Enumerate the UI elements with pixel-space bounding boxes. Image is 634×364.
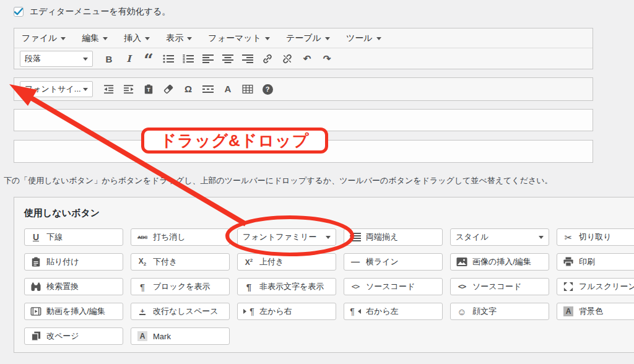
undo-icon: ↶ (303, 54, 311, 64)
strikethrough-button[interactable]: ABC 打ち消し (131, 228, 230, 246)
unused-buttons-panel: 使用しないボタン U 下線 ABC 打ち消し フォントファミリー 両端揃え スタ… (14, 197, 634, 353)
paste-icon (30, 257, 42, 267)
textcolor-icon: A (225, 84, 232, 94)
enable-editor-menu-row[interactable]: エディターメニューを有効化する。 (14, 6, 170, 17)
nbsp-icon: + (136, 308, 149, 315)
page-break-button[interactable]: 改ページ (24, 327, 123, 345)
redo-button[interactable]: ↷ (318, 50, 336, 67)
toolbar-row-2: フォントサイ... TΩA? (14, 77, 593, 101)
underline-icon: U (30, 232, 42, 242)
bullet-list-icon (163, 54, 174, 64)
chevron-down-icon (83, 58, 88, 63)
align-right-button[interactable] (239, 50, 256, 67)
help-button[interactable]: ? (259, 80, 276, 98)
indent-button[interactable] (120, 80, 137, 98)
font-size-select[interactable]: フォントサイ... (20, 81, 93, 97)
align-left-button[interactable] (199, 50, 217, 67)
paste-button[interactable]: 貼り付け (24, 253, 123, 271)
strikethrough-icon: ABC (136, 235, 149, 240)
subscript-button[interactable]: X2 下付き (131, 253, 230, 271)
source-code-bold-icon: <> (456, 282, 468, 291)
paragraph-format-select[interactable]: 段落 (20, 51, 93, 67)
source-code-button[interactable]: <> ソースコード (344, 278, 443, 295)
menu-tools[interactable]: ツール (346, 33, 381, 44)
align-center-button[interactable] (219, 50, 237, 67)
read-more-button[interactable] (199, 80, 217, 98)
insert-video-button[interactable]: 動画を挿入/編集 (24, 303, 123, 320)
fullscreen-button[interactable]: フルスクリーン (557, 278, 634, 295)
redo-icon: ↷ (323, 54, 331, 64)
special-character-button[interactable]: Ω (180, 80, 197, 98)
styles-button[interactable]: スタイル (450, 228, 549, 246)
show-blocks-button[interactable]: ¶ ブロックを表示 (131, 278, 230, 295)
paste-as-text-button[interactable]: T (140, 80, 157, 98)
fullscreen-icon (562, 282, 575, 292)
show-invisibles-button[interactable]: ¶ 非表示文字を表示 (237, 278, 336, 295)
menu-file[interactable]: ファイル (22, 33, 66, 44)
menu-edit[interactable]: 編集 (82, 33, 108, 44)
blockquote-button[interactable]: “ (140, 50, 157, 67)
menu-table[interactable]: テーブル (286, 33, 330, 44)
editor-toolbar-panel: ファイル 編集 挿入 表示 フォーマット テーブル (14, 28, 593, 69)
pagebreak-icon (30, 331, 42, 341)
search-replace-button[interactable]: 検索置換 (24, 278, 123, 295)
bold-button[interactable]: B (100, 50, 118, 67)
emoticons-button[interactable]: ☺ 顔文字 (450, 303, 549, 320)
toolbar-row-4-empty[interactable] (14, 140, 593, 163)
checkbox-checked-icon[interactable] (14, 7, 24, 17)
video-icon (30, 306, 42, 316)
ltr-icon: ¶ (243, 306, 255, 316)
print-button[interactable]: 印刷 (557, 253, 634, 271)
nbsp-button[interactable]: + 改行なしスペース (131, 303, 230, 320)
mark-button[interactable]: A Mark (131, 327, 230, 345)
chevron-down-icon (83, 88, 88, 93)
bullet-list-button[interactable] (160, 50, 177, 67)
enable-editor-menu-label: エディターメニューを有効化する。 (30, 6, 170, 17)
backcolor-icon: A (562, 306, 575, 316)
menu-insert[interactable]: 挿入 (124, 33, 150, 44)
superscript-button[interactable]: X2 上付き (237, 253, 336, 271)
menu-view[interactable]: 表示 (166, 33, 192, 44)
table-button[interactable] (239, 80, 256, 98)
align-left-icon (202, 54, 214, 64)
rtl-icon: ¶ (349, 306, 362, 316)
show-invisibles-icon: ¶ (243, 282, 255, 292)
toolbar-row-1: 段落 BI“↶↷ (14, 48, 593, 69)
print-icon (562, 257, 575, 267)
text-color-button[interactable]: A (219, 80, 237, 98)
undo-button[interactable]: ↶ (298, 50, 316, 67)
unlink-button[interactable] (279, 50, 296, 67)
ltr-button[interactable]: ¶ 左から右 (237, 303, 336, 320)
tinymce-advanced-settings-page: エディターメニューを有効化する。 ファイル 編集 挿入 表示 フォーマット (0, 0, 634, 364)
menu-format[interactable]: フォーマット (208, 33, 270, 44)
cut-icon: ✂ (562, 233, 575, 242)
unlink-icon (282, 54, 293, 64)
font-family-button[interactable]: フォントファミリー (237, 228, 336, 246)
paste-text-icon: T (143, 84, 154, 94)
mark-icon: A (136, 331, 149, 341)
background-color-button[interactable]: A 背景色 (557, 303, 634, 320)
insert-image-button[interactable]: 画像の挿入/編集 (450, 253, 549, 271)
chevron-down-icon (539, 236, 544, 241)
cut-button[interactable]: ✂ 切り取り (557, 228, 634, 246)
drag-drop-instruction-text: 下の「使用しないボタン」からボタンをドラッグし、上部のツールバーにドロップするか… (4, 175, 553, 186)
numbered-list-button[interactable] (180, 50, 197, 67)
rtl-button[interactable]: ¶ 右から左 (344, 303, 443, 320)
justify-button[interactable]: 両端揃え (344, 228, 443, 246)
chevron-down-icon (265, 37, 270, 43)
italic-icon: I (126, 53, 131, 64)
align-right-icon (242, 54, 253, 64)
unused-buttons-title: 使用しないボタン (24, 207, 100, 219)
italic-button[interactable]: I (120, 50, 137, 67)
link-button[interactable] (259, 50, 276, 67)
horizontal-rule-button[interactable]: — 横ライン (344, 253, 443, 271)
underline-button[interactable]: U 下線 (24, 228, 123, 246)
source-code-button-2[interactable]: <> ソースコード (450, 278, 549, 295)
eraser-icon (163, 84, 174, 94)
help-icon: ? (263, 84, 273, 95)
remove-format-button[interactable] (160, 80, 177, 98)
search-replace-icon (30, 282, 42, 292)
outdent-button[interactable] (100, 80, 118, 98)
emoticon-icon: ☺ (456, 307, 468, 316)
toolbar-row-3-empty[interactable] (14, 109, 593, 131)
